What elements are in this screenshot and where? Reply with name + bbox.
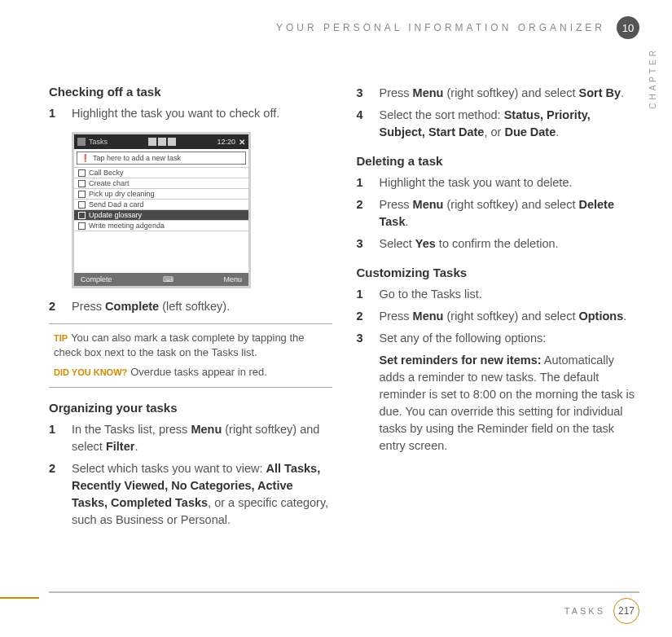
tip-line: TIPYou can also mark a task complete by … — [54, 331, 327, 360]
step-text: Press Complete (left softkey). — [72, 298, 230, 315]
section-organizing: Organizing your tasks — [49, 401, 332, 415]
step: 1 In the Tasks list, press Menu (right s… — [49, 421, 332, 455]
step: 1 Highlight the task you want to check o… — [49, 105, 332, 122]
keyboard-icon: ⌨ — [163, 275, 173, 283]
checkbox-icon — [78, 201, 86, 209]
volume-icon — [168, 138, 176, 146]
step-number: 1 — [49, 421, 60, 455]
step-number: 2 — [357, 308, 368, 325]
right-softkey: Menu — [223, 275, 242, 283]
page: YOUR PERSONAL INFORMATION ORGANIZER 10 C… — [0, 0, 672, 637]
start-icon — [77, 138, 86, 146]
step-number: 2 — [357, 196, 368, 231]
checkbox-icon — [78, 169, 86, 177]
header-title: YOUR PERSONAL INFORMATION ORGANIZER — [276, 22, 605, 33]
screenshot-empty-area — [74, 231, 248, 273]
step-text: Press Menu (right softkey) and select De… — [380, 196, 640, 231]
did-you-know-line: DID YOU KNOW?Overdue tasks appear in red… — [54, 365, 327, 380]
step-text: Go to the Tasks list. — [380, 286, 482, 303]
step: 1Highlight the task you want to delete. — [357, 174, 640, 191]
step-text: Press Menu (right softkey) and select So… — [380, 85, 625, 102]
step-text: In the Tasks list, press Menu (right sof… — [72, 421, 332, 455]
step-text: Press Menu (right softkey) and select Op… — [380, 308, 627, 325]
step: 3Set any of the following options: — [357, 330, 640, 347]
step: 3Select Yes to confirm the deletion. — [357, 235, 640, 253]
input-placeholder: Tap here to add a new task — [93, 154, 181, 162]
did-you-know-label: DID YOU KNOW? — [54, 367, 127, 377]
right-column: 3 Press Menu (right softkey) and select … — [357, 72, 640, 534]
step-text: Highlight the task you want to delete. — [380, 174, 573, 191]
step-number: 3 — [357, 235, 368, 253]
checkbox-icon — [78, 212, 86, 219]
step-number: 3 — [357, 85, 368, 102]
footer-accent-line — [0, 597, 39, 599]
step-number: 3 — [357, 330, 368, 347]
step-number: 4 — [357, 107, 368, 141]
page-footer: TASKS 217 — [49, 591, 639, 624]
step: 2Press Menu (right softkey) and select O… — [357, 308, 640, 325]
step-text: Select the sort method: Status, Priority… — [380, 107, 640, 141]
screenshot-softkey-bar: Complete ⌨ Menu — [74, 273, 248, 286]
section-checking-off: Checking off a task — [49, 85, 332, 99]
battery-icon — [158, 138, 166, 146]
step-number: 1 — [357, 286, 368, 303]
step-text: Select Yes to confirm the deletion. — [380, 235, 559, 253]
tip-label: TIP — [54, 333, 68, 343]
task-row: Pick up dry cleaning — [74, 188, 248, 199]
task-row-selected: Update glossary — [74, 209, 248, 220]
chapter-label-vertical: CHAPTER — [648, 47, 657, 109]
task-row: Call Becky — [74, 167, 248, 178]
step: 2Press Menu (right softkey) and select D… — [357, 196, 640, 231]
left-softkey: Complete — [81, 275, 112, 283]
screenshot-task-list: Call Becky Create chart Pick up dry clea… — [74, 167, 248, 273]
checkbox-icon — [78, 180, 86, 187]
step: 1Go to the Tasks list. — [357, 286, 640, 303]
step-text: Set any of the following options: — [380, 330, 547, 347]
tip-callout: TIPYou can also mark a task complete by … — [49, 323, 332, 388]
screenshot-new-task-input: ❗ Tap here to add a new task — [77, 152, 246, 165]
signal-icon — [148, 138, 156, 146]
task-row: Create chart — [74, 178, 248, 188]
screenshot-app-label: Tasks — [89, 138, 108, 146]
step-text: Select which tasks you want to view: All… — [72, 460, 332, 529]
step-number: 2 — [49, 298, 60, 315]
step-number: 1 — [357, 174, 368, 191]
footer-section-label: TASKS — [564, 606, 605, 616]
section-customizing: Customizing Tasks — [357, 266, 640, 279]
left-column: Checking off a task 1 Highlight the task… — [49, 72, 332, 534]
chapter-number-badge: 10 — [617, 16, 639, 39]
step-number: 2 — [49, 460, 60, 529]
step-number: 1 — [49, 105, 60, 122]
step-text: Highlight the task you want to check off… — [72, 105, 279, 122]
exclaim-icon: ❗ — [81, 154, 90, 162]
page-header: YOUR PERSONAL INFORMATION ORGANIZER 10 — [49, 16, 639, 39]
screenshot-status-bar: Tasks 12:20 ✕ — [74, 134, 248, 149]
option-description: Set reminders for new items: Automatical… — [380, 352, 640, 455]
checkbox-icon — [78, 191, 86, 198]
content-columns: Checking off a task 1 Highlight the task… — [49, 72, 639, 534]
task-row: Write meeting adgenda — [74, 220, 248, 231]
step: 2 Select which tasks you want to view: A… — [49, 460, 332, 529]
device-screenshot: Tasks 12:20 ✕ ❗ Tap here to add a new ta… — [72, 132, 251, 288]
close-icon: ✕ — [239, 138, 245, 147]
screenshot-clock: 12:20 — [217, 138, 235, 146]
section-deleting: Deleting a task — [357, 154, 640, 168]
task-row: Send Dad a card — [74, 199, 248, 209]
step: 4 Select the sort method: Status, Priori… — [357, 107, 640, 141]
checkbox-icon — [78, 222, 86, 230]
step: 2 Press Complete (left softkey). — [49, 298, 332, 315]
step: 3 Press Menu (right softkey) and select … — [357, 85, 640, 102]
page-number: 217 — [613, 598, 639, 624]
screenshot-body: ❗ Tap here to add a new task Call Becky … — [74, 152, 248, 286]
